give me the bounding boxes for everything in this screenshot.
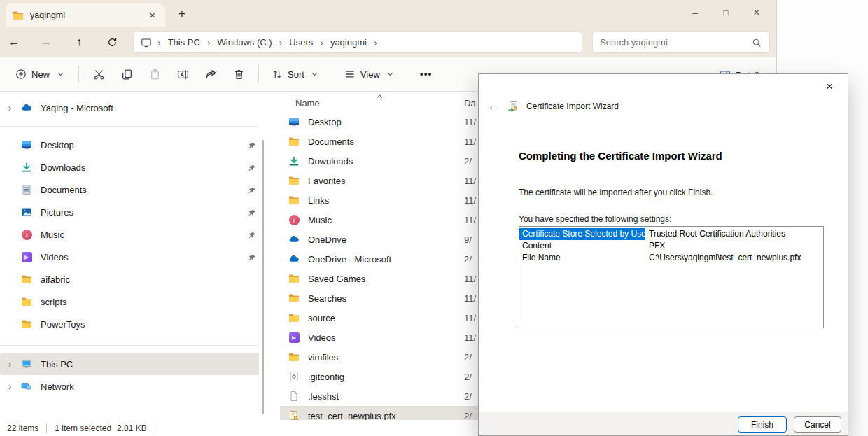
sidebar-item-videos[interactable]: ▶ Videos	[0, 246, 274, 268]
file-date: 11/	[464, 215, 476, 225]
file-name: .lesshst	[308, 391, 339, 402]
sidebar-item-label: scripts	[41, 297, 67, 307]
refresh-button[interactable]	[101, 31, 123, 52]
sidebar-item-label: Videos	[41, 252, 69, 262]
sidebar-item-powertoys[interactable]: PowerToys	[0, 313, 274, 335]
breadcrumb-separator: ›	[314, 37, 329, 48]
this-pc-icon	[21, 358, 32, 370]
sidebar-item-scripts[interactable]: scripts	[0, 290, 274, 313]
settings-row-file-name[interactable]: File Name C:\Users\yaqingmi\test_cert_ne…	[519, 252, 823, 264]
videos-icon: ▶	[289, 332, 300, 343]
expand-chevron-icon[interactable]: ›	[6, 381, 14, 392]
file-name: .gitconfig	[308, 372, 344, 382]
file-date: 2/	[464, 391, 472, 402]
cancel-button[interactable]: Cancel	[794, 416, 841, 433]
sidebar-item-music[interactable]: ♪ Music	[0, 223, 274, 246]
file-date: 11/	[464, 136, 476, 147]
folder-icon	[21, 296, 32, 307]
folder-icon	[288, 351, 300, 363]
settings-row-content[interactable]: Content PFX	[519, 240, 823, 252]
explorer-tab[interactable]: yaqingmi ×	[6, 3, 165, 27]
sidebar-item-pictures[interactable]: Pictures	[0, 201, 274, 223]
breadcrumb-this-pc[interactable]: This PC	[167, 37, 202, 48]
setting-value: Trusted Root Certification Authorities	[645, 228, 785, 240]
back-arrow-icon[interactable]: ←	[486, 99, 501, 113]
breadcrumb-yaqingmi[interactable]: yaqingmi	[329, 37, 368, 48]
sort-ascending-icon	[374, 91, 385, 102]
view-button[interactable]: View	[337, 62, 403, 87]
column-header-date[interactable]: Da	[464, 98, 476, 108]
new-plus-icon	[15, 69, 27, 80]
chevron-down-icon	[385, 69, 396, 80]
navigation-pane: › Yaqing - Microsoft Desktop	[0, 92, 274, 420]
minimize-button[interactable]: –	[680, 0, 710, 25]
sidebar-scrollbar[interactable]	[262, 140, 264, 414]
folder-icon	[13, 10, 24, 21]
paste-button[interactable]	[141, 62, 169, 87]
copy-button[interactable]	[113, 62, 141, 87]
rename-button[interactable]	[169, 62, 197, 87]
setting-value: C:\Users\yaqingmi\test_cert_newplus.pfx	[645, 252, 801, 264]
finish-button[interactable]: Finish	[738, 416, 787, 433]
sidebar-item-aifabric[interactable]: aifabric	[0, 268, 274, 290]
downloads-icon	[21, 162, 32, 173]
sidebar-item-onedrive[interactable]: › Yaqing - Microsoft	[0, 97, 274, 119]
desktop-icon	[288, 116, 300, 127]
folder-icon	[21, 318, 32, 330]
file-name: source	[308, 313, 335, 323]
cut-button[interactable]	[85, 62, 113, 87]
wizard-heading: Completing the Certificate Import Wizard	[519, 150, 722, 162]
settings-table: Certificate Store Selected by User Trust…	[519, 226, 824, 328]
back-button[interactable]: ←	[3, 31, 25, 52]
new-tab-button[interactable]: +	[174, 6, 190, 22]
file-date: 9/	[464, 234, 472, 245]
sidebar-item-downloads[interactable]: Downloads	[0, 156, 274, 178]
file-date: 11/	[464, 293, 476, 304]
music-icon: ♪	[22, 230, 32, 240]
file-date: 2/	[464, 156, 472, 167]
breadcrumb-windows-c[interactable]: Windows (C:)	[216, 37, 274, 48]
sidebar-item-label: Yaqing - Microsoft	[41, 103, 113, 113]
file-date: 11/	[464, 117, 476, 127]
share-button[interactable]	[197, 62, 225, 87]
sidebar-item-desktop[interactable]: Desktop	[0, 134, 274, 156]
maximize-button[interactable]: □	[710, 0, 741, 25]
status-divider	[155, 423, 155, 433]
forward-button[interactable]: →	[35, 31, 57, 52]
search-input[interactable]	[600, 37, 751, 48]
onedrive-icon	[288, 253, 300, 265]
file-name: Documents	[308, 136, 354, 147]
delete-button[interactable]	[225, 62, 253, 87]
expand-chevron-icon[interactable]: ›	[6, 358, 14, 370]
dialog-close-button[interactable]: ×	[820, 79, 839, 94]
file-date: 2/	[464, 372, 472, 382]
new-button[interactable]: New	[8, 62, 73, 87]
column-header-name[interactable]: Name	[295, 98, 320, 108]
search-box	[592, 31, 770, 53]
settings-row-certificate-store[interactable]: Certificate Store Selected by User Trust…	[519, 228, 823, 240]
file-date: 11/	[464, 176, 476, 186]
address-bar[interactable]: › This PC › Windows (C:) › Users › yaqin…	[133, 31, 582, 53]
folder-icon	[288, 136, 300, 147]
more-options-button[interactable]: •••	[413, 62, 440, 87]
breadcrumb-users[interactable]: Users	[288, 37, 314, 48]
breadcrumb-separator: ›	[274, 37, 288, 48]
sort-icon	[272, 69, 283, 80]
up-button[interactable]: ↑	[68, 31, 90, 52]
sidebar-divider	[0, 126, 258, 127]
selection-size: 2.81 KB	[117, 423, 147, 433]
file-name: Favorites	[308, 176, 345, 186]
sort-button[interactable]: Sort	[265, 62, 328, 87]
sidebar-item-this-pc[interactable]: › This PC	[0, 353, 259, 375]
music-icon: ♪	[289, 215, 300, 225]
expand-chevron-icon[interactable]: ›	[6, 102, 14, 113]
file-name: OneDrive	[308, 234, 346, 245]
tab-close-icon[interactable]: ×	[146, 9, 158, 21]
this-pc-icon	[141, 37, 152, 48]
sidebar-item-documents[interactable]: Documents	[0, 178, 274, 201]
file-name: Saved Games	[308, 274, 365, 284]
sidebar-item-network[interactable]: › Network	[0, 375, 274, 398]
file-name: Videos	[308, 332, 336, 343]
pin-icon	[246, 252, 258, 263]
window-close-button[interactable]: ×	[741, 0, 772, 25]
